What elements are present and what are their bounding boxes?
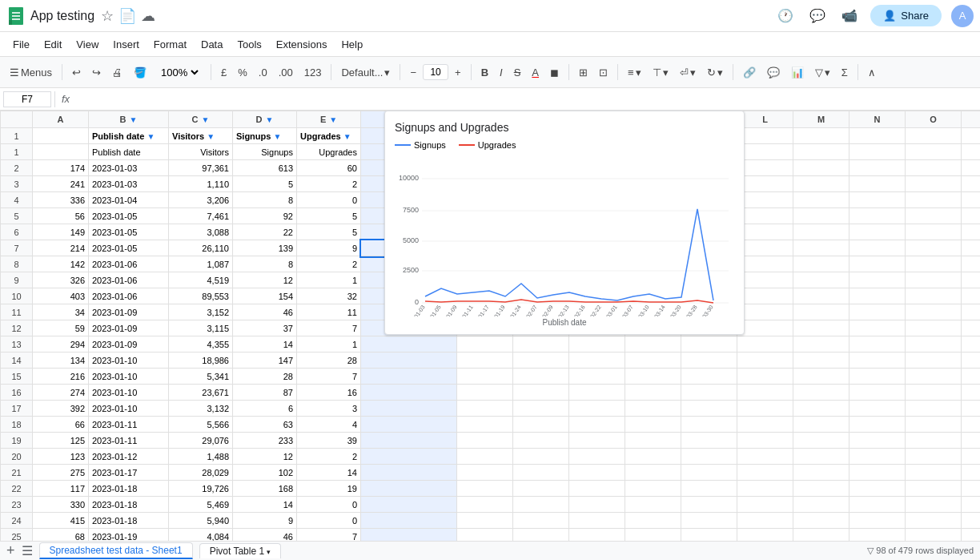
cell-n[interactable] — [849, 160, 906, 176]
cell-d[interactable]: Signups — [233, 144, 297, 160]
cell-m1[interactable] — [793, 128, 849, 144]
cell-d[interactable]: 102 — [233, 465, 297, 481]
cell-g[interactable] — [457, 497, 513, 513]
sheet-tab-1[interactable]: Spreadsheet test data - Sheet1 — [39, 542, 193, 559]
cell-b[interactable]: Publish date — [89, 144, 169, 160]
cell-l[interactable] — [737, 353, 793, 369]
cell-reference[interactable] — [3, 91, 51, 107]
cell-f[interactable] — [361, 433, 457, 449]
borders-button[interactable]: ⊞ — [574, 63, 592, 82]
cell-f[interactable] — [361, 513, 457, 529]
menu-extensions[interactable]: Extensions — [270, 35, 334, 54]
cell-e[interactable]: 32 — [297, 288, 361, 304]
cell-j[interactable] — [625, 481, 681, 497]
cell-b[interactable]: 2023-01-06 — [89, 256, 169, 272]
menus-toggle[interactable]: ☰ Menus — [5, 63, 57, 82]
sheet-tab-2[interactable]: Pivot Table 1 ▾ — [199, 543, 282, 558]
cell-p[interactable] — [962, 385, 981, 401]
cell-o[interactable] — [906, 417, 962, 433]
cell-a[interactable]: 125 — [33, 433, 89, 449]
cell-p[interactable] — [962, 417, 981, 433]
cell-p[interactable] — [962, 160, 981, 176]
cell-l[interactable] — [737, 336, 793, 353]
zoom-selector[interactable]: 100% — [153, 62, 206, 83]
cell-g[interactable] — [457, 449, 513, 465]
cell-i[interactable] — [569, 449, 625, 465]
cell-i[interactable] — [569, 497, 625, 513]
cell-j[interactable] — [625, 433, 681, 449]
cell-m[interactable] — [793, 272, 849, 288]
cell-a[interactable]: 392 — [33, 401, 89, 417]
cell-p[interactable] — [962, 144, 981, 160]
text-color-button[interactable]: A — [527, 63, 544, 82]
cell-b[interactable]: 2023-01-10 — [89, 401, 169, 417]
cell-p[interactable] — [962, 481, 981, 497]
cell-m[interactable] — [793, 288, 849, 304]
cell-l[interactable] — [737, 320, 793, 336]
cell-i[interactable] — [569, 417, 625, 433]
cell-f[interactable] — [361, 369, 457, 385]
cell-p[interactable] — [962, 401, 981, 417]
cell-p[interactable] — [962, 240, 981, 256]
cell-b[interactable]: 2023-01-11 — [89, 433, 169, 449]
cell-o[interactable] — [906, 497, 962, 513]
cell-i[interactable] — [569, 369, 625, 385]
cell-p[interactable] — [962, 513, 981, 529]
cell-h[interactable] — [513, 513, 569, 529]
cell-l[interactable] — [737, 256, 793, 272]
sheet-menu-button[interactable]: ☰ — [22, 543, 33, 558]
cell-m[interactable] — [793, 369, 849, 385]
col-header-m[interactable]: M — [793, 111, 849, 128]
cell-m[interactable] — [793, 353, 849, 369]
cell-b[interactable]: 2023-01-05 — [89, 224, 169, 240]
cell-n[interactable] — [849, 513, 906, 529]
avatar[interactable]: A — [951, 5, 974, 27]
cell-d[interactable]: 8 — [233, 192, 297, 208]
font-selector[interactable]: Default... ▾ — [336, 63, 395, 82]
cell-g[interactable] — [457, 529, 513, 542]
cell-p[interactable] — [962, 304, 981, 320]
cell-k[interactable] — [681, 369, 737, 385]
cell-b[interactable]: 2023-01-09 — [89, 336, 169, 353]
cell-a[interactable]: 415 — [33, 513, 89, 529]
cell-m[interactable] — [793, 336, 849, 353]
cell-l[interactable] — [737, 449, 793, 465]
cell-n[interactable] — [849, 465, 906, 481]
cell-d[interactable]: 147 — [233, 353, 297, 369]
cell-b[interactable]: 2023-01-17 — [89, 465, 169, 481]
cell-a[interactable]: 403 — [33, 288, 89, 304]
cell-a[interactable]: 142 — [33, 256, 89, 272]
cell-a[interactable]: 330 — [33, 497, 89, 513]
cell-n[interactable] — [849, 224, 906, 240]
col-header-o[interactable]: O — [906, 111, 962, 128]
cell-l[interactable] — [737, 176, 793, 192]
cell-g[interactable] — [457, 417, 513, 433]
col-header-d[interactable]: D ▼ — [233, 111, 297, 128]
cell-a[interactable]: 66 — [33, 417, 89, 433]
cell-i[interactable] — [569, 433, 625, 449]
cell-b[interactable]: 2023-01-05 — [89, 240, 169, 256]
cell-n[interactable] — [849, 256, 906, 272]
cell-c[interactable]: 3,088 — [169, 224, 233, 240]
add-sheet-button[interactable]: + — [6, 542, 15, 559]
cell-o[interactable] — [906, 224, 962, 240]
cell-j[interactable] — [625, 385, 681, 401]
cell-f[interactable] — [361, 529, 457, 542]
cell-c[interactable]: 18,986 — [169, 353, 233, 369]
cell-d[interactable]: 5 — [233, 176, 297, 192]
cell-h[interactable] — [513, 401, 569, 417]
cell-n[interactable] — [849, 272, 906, 288]
cell-o[interactable] — [906, 401, 962, 417]
cell-m[interactable] — [793, 208, 849, 224]
currency-button[interactable]: £ — [216, 63, 231, 82]
cell-k[interactable] — [681, 449, 737, 465]
cell-o[interactable] — [906, 208, 962, 224]
cell-c[interactable]: 7,461 — [169, 208, 233, 224]
cell-m[interactable] — [793, 465, 849, 481]
menu-edit[interactable]: Edit — [38, 35, 68, 54]
cell-n[interactable] — [849, 288, 906, 304]
percent-button[interactable]: % — [233, 63, 252, 82]
font-decrease-button[interactable]: − — [405, 63, 421, 82]
cell-e[interactable]: 5 — [297, 224, 361, 240]
cell-c[interactable]: 19,726 — [169, 481, 233, 497]
